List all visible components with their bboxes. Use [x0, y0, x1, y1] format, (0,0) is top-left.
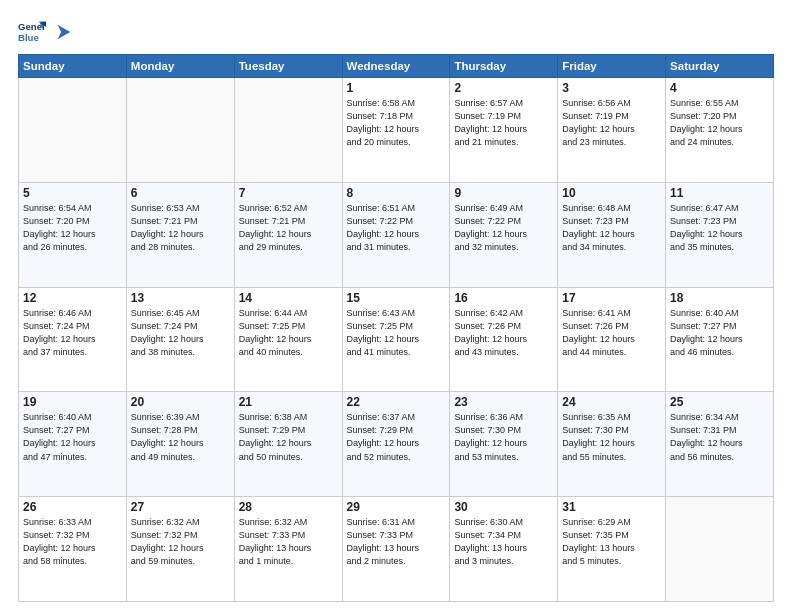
- day-number: 16: [454, 291, 553, 305]
- calendar-cell: 29Sunrise: 6:31 AM Sunset: 7:33 PM Dayli…: [342, 497, 450, 602]
- calendar-cell: [234, 78, 342, 183]
- calendar-cell: 4Sunrise: 6:55 AM Sunset: 7:20 PM Daylig…: [666, 78, 774, 183]
- day-number: 28: [239, 500, 338, 514]
- day-info: Sunrise: 6:57 AM Sunset: 7:19 PM Dayligh…: [454, 97, 553, 149]
- calendar-page: General Blue SundayMondayTuesdayWednesda…: [0, 0, 792, 612]
- calendar-cell: 26Sunrise: 6:33 AM Sunset: 7:32 PM Dayli…: [19, 497, 127, 602]
- day-number: 26: [23, 500, 122, 514]
- weekday-header-saturday: Saturday: [666, 55, 774, 78]
- day-number: 19: [23, 395, 122, 409]
- day-info: Sunrise: 6:49 AM Sunset: 7:22 PM Dayligh…: [454, 202, 553, 254]
- calendar-cell: 20Sunrise: 6:39 AM Sunset: 7:28 PM Dayli…: [126, 392, 234, 497]
- calendar-cell: 30Sunrise: 6:30 AM Sunset: 7:34 PM Dayli…: [450, 497, 558, 602]
- calendar-cell: 9Sunrise: 6:49 AM Sunset: 7:22 PM Daylig…: [450, 182, 558, 287]
- calendar-cell: 2Sunrise: 6:57 AM Sunset: 7:19 PM Daylig…: [450, 78, 558, 183]
- day-number: 15: [347, 291, 446, 305]
- day-number: 25: [670, 395, 769, 409]
- day-number: 7: [239, 186, 338, 200]
- calendar-cell: 28Sunrise: 6:32 AM Sunset: 7:33 PM Dayli…: [234, 497, 342, 602]
- calendar-cell: 11Sunrise: 6:47 AM Sunset: 7:23 PM Dayli…: [666, 182, 774, 287]
- day-number: 13: [131, 291, 230, 305]
- calendar-cell: 3Sunrise: 6:56 AM Sunset: 7:19 PM Daylig…: [558, 78, 666, 183]
- day-info: Sunrise: 6:30 AM Sunset: 7:34 PM Dayligh…: [454, 516, 553, 568]
- weekday-header-friday: Friday: [558, 55, 666, 78]
- logo-arrow-icon: [54, 23, 72, 41]
- calendar-cell: 8Sunrise: 6:51 AM Sunset: 7:22 PM Daylig…: [342, 182, 450, 287]
- day-number: 31: [562, 500, 661, 514]
- calendar-cell: 16Sunrise: 6:42 AM Sunset: 7:26 PM Dayli…: [450, 287, 558, 392]
- calendar-cell: 19Sunrise: 6:40 AM Sunset: 7:27 PM Dayli…: [19, 392, 127, 497]
- day-info: Sunrise: 6:37 AM Sunset: 7:29 PM Dayligh…: [347, 411, 446, 463]
- day-info: Sunrise: 6:52 AM Sunset: 7:21 PM Dayligh…: [239, 202, 338, 254]
- weekday-header-monday: Monday: [126, 55, 234, 78]
- day-info: Sunrise: 6:48 AM Sunset: 7:23 PM Dayligh…: [562, 202, 661, 254]
- calendar-cell: 31Sunrise: 6:29 AM Sunset: 7:35 PM Dayli…: [558, 497, 666, 602]
- day-info: Sunrise: 6:38 AM Sunset: 7:29 PM Dayligh…: [239, 411, 338, 463]
- day-info: Sunrise: 6:33 AM Sunset: 7:32 PM Dayligh…: [23, 516, 122, 568]
- day-info: Sunrise: 6:56 AM Sunset: 7:19 PM Dayligh…: [562, 97, 661, 149]
- weekday-header-row: SundayMondayTuesdayWednesdayThursdayFrid…: [19, 55, 774, 78]
- day-number: 20: [131, 395, 230, 409]
- calendar-body: 1Sunrise: 6:58 AM Sunset: 7:18 PM Daylig…: [19, 78, 774, 602]
- day-info: Sunrise: 6:46 AM Sunset: 7:24 PM Dayligh…: [23, 307, 122, 359]
- svg-text:Blue: Blue: [18, 32, 39, 43]
- calendar-week-1: 1Sunrise: 6:58 AM Sunset: 7:18 PM Daylig…: [19, 78, 774, 183]
- calendar-week-2: 5Sunrise: 6:54 AM Sunset: 7:20 PM Daylig…: [19, 182, 774, 287]
- calendar-week-5: 26Sunrise: 6:33 AM Sunset: 7:32 PM Dayli…: [19, 497, 774, 602]
- day-number: 5: [23, 186, 122, 200]
- day-number: 22: [347, 395, 446, 409]
- day-info: Sunrise: 6:58 AM Sunset: 7:18 PM Dayligh…: [347, 97, 446, 149]
- day-number: 18: [670, 291, 769, 305]
- day-number: 30: [454, 500, 553, 514]
- calendar-cell: 6Sunrise: 6:53 AM Sunset: 7:21 PM Daylig…: [126, 182, 234, 287]
- day-info: Sunrise: 6:32 AM Sunset: 7:33 PM Dayligh…: [239, 516, 338, 568]
- weekday-header-sunday: Sunday: [19, 55, 127, 78]
- day-info: Sunrise: 6:29 AM Sunset: 7:35 PM Dayligh…: [562, 516, 661, 568]
- calendar-table: SundayMondayTuesdayWednesdayThursdayFrid…: [18, 54, 774, 602]
- day-info: Sunrise: 6:51 AM Sunset: 7:22 PM Dayligh…: [347, 202, 446, 254]
- day-number: 11: [670, 186, 769, 200]
- day-number: 6: [131, 186, 230, 200]
- weekday-header-wednesday: Wednesday: [342, 55, 450, 78]
- day-info: Sunrise: 6:43 AM Sunset: 7:25 PM Dayligh…: [347, 307, 446, 359]
- calendar-cell: [19, 78, 127, 183]
- logo-icon: General Blue: [18, 18, 46, 46]
- calendar-cell: 18Sunrise: 6:40 AM Sunset: 7:27 PM Dayli…: [666, 287, 774, 392]
- day-number: 23: [454, 395, 553, 409]
- calendar-cell: 10Sunrise: 6:48 AM Sunset: 7:23 PM Dayli…: [558, 182, 666, 287]
- calendar-cell: 5Sunrise: 6:54 AM Sunset: 7:20 PM Daylig…: [19, 182, 127, 287]
- calendar-cell: 25Sunrise: 6:34 AM Sunset: 7:31 PM Dayli…: [666, 392, 774, 497]
- calendar-cell: 14Sunrise: 6:44 AM Sunset: 7:25 PM Dayli…: [234, 287, 342, 392]
- calendar-cell: 22Sunrise: 6:37 AM Sunset: 7:29 PM Dayli…: [342, 392, 450, 497]
- calendar-cell: 24Sunrise: 6:35 AM Sunset: 7:30 PM Dayli…: [558, 392, 666, 497]
- day-number: 14: [239, 291, 338, 305]
- day-info: Sunrise: 6:32 AM Sunset: 7:32 PM Dayligh…: [131, 516, 230, 568]
- day-info: Sunrise: 6:31 AM Sunset: 7:33 PM Dayligh…: [347, 516, 446, 568]
- calendar-week-3: 12Sunrise: 6:46 AM Sunset: 7:24 PM Dayli…: [19, 287, 774, 392]
- day-info: Sunrise: 6:40 AM Sunset: 7:27 PM Dayligh…: [23, 411, 122, 463]
- day-number: 10: [562, 186, 661, 200]
- calendar-cell: 21Sunrise: 6:38 AM Sunset: 7:29 PM Dayli…: [234, 392, 342, 497]
- svg-marker-4: [58, 25, 71, 39]
- day-number: 2: [454, 81, 553, 95]
- day-info: Sunrise: 6:40 AM Sunset: 7:27 PM Dayligh…: [670, 307, 769, 359]
- day-number: 3: [562, 81, 661, 95]
- day-number: 9: [454, 186, 553, 200]
- day-info: Sunrise: 6:36 AM Sunset: 7:30 PM Dayligh…: [454, 411, 553, 463]
- day-number: 27: [131, 500, 230, 514]
- calendar-cell: [666, 497, 774, 602]
- calendar-cell: 23Sunrise: 6:36 AM Sunset: 7:30 PM Dayli…: [450, 392, 558, 497]
- header: General Blue: [18, 18, 774, 46]
- calendar-cell: 7Sunrise: 6:52 AM Sunset: 7:21 PM Daylig…: [234, 182, 342, 287]
- day-number: 21: [239, 395, 338, 409]
- day-number: 29: [347, 500, 446, 514]
- weekday-header-thursday: Thursday: [450, 55, 558, 78]
- logo: General Blue: [18, 18, 72, 46]
- weekday-header-tuesday: Tuesday: [234, 55, 342, 78]
- day-number: 4: [670, 81, 769, 95]
- calendar-cell: [126, 78, 234, 183]
- day-info: Sunrise: 6:39 AM Sunset: 7:28 PM Dayligh…: [131, 411, 230, 463]
- calendar-cell: 13Sunrise: 6:45 AM Sunset: 7:24 PM Dayli…: [126, 287, 234, 392]
- day-info: Sunrise: 6:34 AM Sunset: 7:31 PM Dayligh…: [670, 411, 769, 463]
- day-number: 24: [562, 395, 661, 409]
